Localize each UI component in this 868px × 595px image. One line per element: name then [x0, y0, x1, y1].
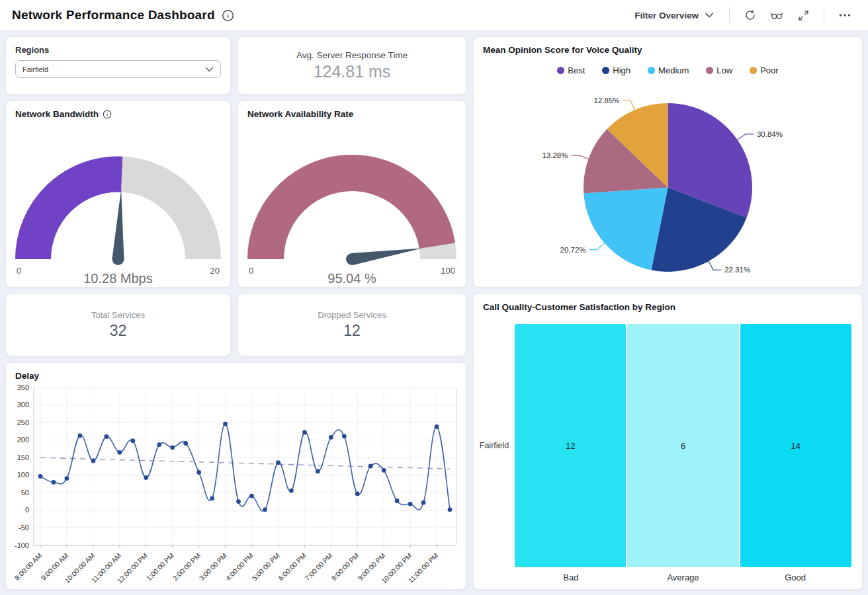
y-tick-label: -50	[19, 524, 29, 532]
info-icon[interactable]	[103, 110, 112, 119]
x-tick-label: 7:00:00 PM	[303, 551, 333, 582]
y-tick-label: 150	[17, 454, 29, 461]
data-point	[170, 445, 175, 450]
dropped-services-label: Dropped Services	[318, 310, 386, 320]
regions-panel: Regions Fairfield	[5, 36, 231, 95]
app-header: Network Performance Dashboard Filter Ove…	[0, 0, 868, 31]
pie-leader-line	[589, 243, 605, 250]
pie-leader-line	[737, 134, 754, 140]
trend-line	[40, 457, 450, 469]
avg-response-time-card: Avg. Server Response Time 124.81 ms	[238, 36, 466, 95]
satisfaction-heatmap-chart: Fairfield12614BadAverageGood	[474, 312, 862, 589]
x-tick-label: 4:00:00 PM	[224, 551, 254, 582]
total-services-label: Total Services	[91, 310, 145, 320]
regions-label: Regions	[15, 45, 221, 55]
legend-label: High	[613, 65, 630, 75]
pie-leader-line	[623, 101, 635, 111]
gauge-value-arc	[266, 173, 437, 259]
gauge-max-label: 20	[210, 266, 220, 276]
x-tick-label: 5:00:00 PM	[250, 551, 281, 582]
fullscreen-button[interactable]	[792, 5, 814, 25]
data-point	[355, 492, 360, 496]
legend-dot	[602, 67, 609, 74]
pie-slice-label: 30.84%	[757, 130, 783, 138]
gauge-min-label: 0	[17, 266, 21, 276]
regions-select[interactable]: Fairfield	[15, 60, 221, 78]
data-point	[236, 499, 241, 504]
mos-pie-panel: Mean Opinion Score for Voice Quality Bes…	[473, 36, 863, 288]
watch-mode-button[interactable]	[765, 5, 788, 25]
data-point	[369, 464, 373, 469]
pie-slice-label: 13.28%	[542, 151, 568, 159]
pie-slice-label: 22.31%	[724, 266, 750, 274]
pie-legend: BestHighMediumLowPoor	[474, 55, 862, 75]
legend-dot	[706, 67, 713, 74]
y-tick-label: 200	[17, 436, 29, 444]
gauge-needle	[112, 190, 124, 260]
x-tick-label: 1:00:00 PM	[145, 551, 175, 582]
refresh-button[interactable]	[739, 5, 761, 25]
data-point	[210, 496, 214, 500]
legend-item-high[interactable]: High	[602, 65, 630, 75]
data-point	[302, 430, 307, 435]
legend-item-best[interactable]: Best	[557, 65, 585, 75]
gauge-needle	[351, 248, 422, 264]
chevron-down-icon	[205, 67, 214, 72]
delay-panel: Delay -100-500501001502002503003508:00:0…	[5, 362, 466, 590]
data-point	[342, 434, 347, 438]
mos-pie-title: Mean Opinion Score for Voice Quality	[474, 37, 862, 55]
heatmap-col-label: Average	[627, 567, 740, 582]
heatmap-col-label: Good	[739, 567, 851, 582]
filter-overview-dropdown[interactable]: Filter Overview	[628, 7, 720, 24]
avg-response-time-label: Avg. Server Response Time	[296, 50, 408, 60]
data-point	[289, 489, 294, 493]
data-point	[65, 476, 69, 481]
heatmap-cell-bad: 12	[515, 324, 626, 567]
data-point	[329, 435, 333, 440]
fullscreen-icon	[798, 10, 809, 21]
y-tick-label: 50	[21, 489, 29, 496]
satisfaction-heatmap-panel: Call Quality-Customer Satisfaction by Re…	[473, 294, 863, 590]
gauge-display-value: 95.04 %	[327, 271, 376, 286]
data-point	[38, 474, 43, 479]
network-bandwidth-title: Network Bandwidth	[15, 109, 99, 119]
mos-pie-chart: 30.84%22.31%20.72%13.28%12.85%	[474, 75, 862, 287]
heatmap-col-label: Bad	[515, 567, 627, 582]
heatmap-cell-average: 6	[627, 324, 738, 567]
legend-item-medium[interactable]: Medium	[648, 65, 689, 75]
network-availability-title: Network Availability Rate	[238, 101, 466, 119]
dashboard-grid: Regions Fairfield Avg. Server Response T…	[0, 31, 868, 595]
data-point	[395, 498, 400, 503]
data-point	[144, 475, 148, 480]
network-bandwidth-gauge: 02010.28 Mbps	[6, 119, 230, 287]
total-services-value: 32	[110, 322, 127, 340]
divider	[729, 7, 730, 23]
data-point	[408, 502, 413, 506]
pie-leader-line	[572, 155, 589, 159]
filter-overview-label: Filter Overview	[634, 11, 699, 20]
data-point	[448, 507, 453, 512]
delay-title: Delay	[6, 363, 466, 381]
pie-slice-label: 12.85%	[594, 97, 620, 104]
chevron-down-icon	[705, 13, 713, 18]
x-tick-label: 8:00:00 AM	[13, 551, 43, 582]
legend-label: Poor	[760, 65, 778, 75]
legend-item-low[interactable]: Low	[706, 65, 732, 75]
data-point	[104, 434, 108, 439]
y-tick-label: 250	[17, 418, 29, 426]
pie-leader-line	[709, 260, 722, 270]
satisfaction-heatmap-title: Call Quality-Customer Satisfaction by Re…	[474, 294, 862, 312]
pie-slice-label: 20.72%	[560, 246, 586, 254]
more-menu-button[interactable]	[834, 5, 856, 25]
info-icon[interactable]	[222, 9, 234, 22]
heatmap-cell-good: 14	[740, 324, 851, 567]
y-tick-label: 300	[17, 401, 29, 409]
data-point	[157, 442, 161, 447]
refresh-icon	[744, 9, 756, 21]
y-tick-label: 350	[17, 383, 29, 391]
total-services-card: Total Services 32	[5, 294, 231, 356]
data-point	[421, 500, 426, 505]
legend-item-poor[interactable]: Poor	[750, 65, 778, 75]
legend-dot	[557, 67, 564, 74]
legend-label: Best	[568, 65, 585, 75]
